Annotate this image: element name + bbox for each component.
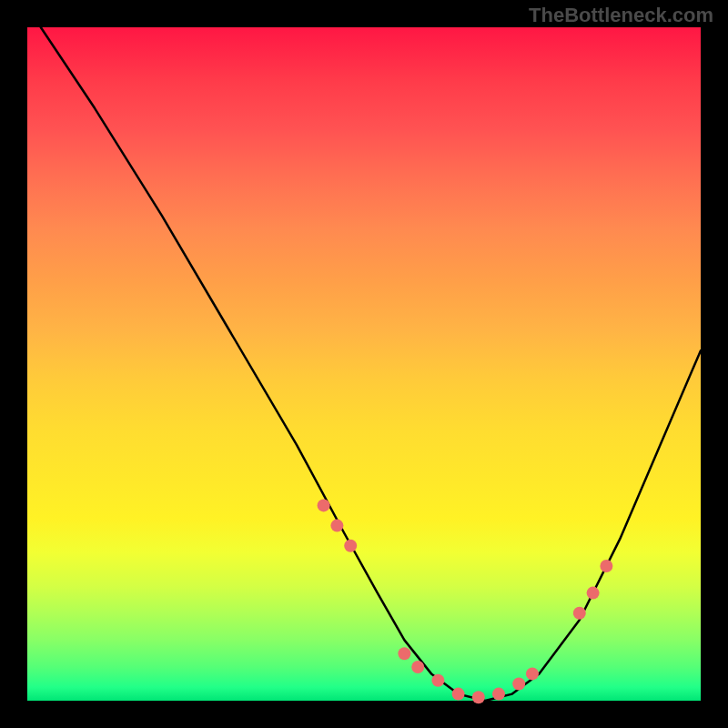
- curve-marker: [573, 607, 586, 620]
- watermark-text: TheBottleneck.com: [529, 4, 713, 27]
- curve-marker: [600, 560, 612, 572]
- curve-marker: [526, 667, 539, 680]
- curve-marker: [472, 691, 485, 703]
- chart-svg: [27, 27, 701, 701]
- curve-marker: [344, 540, 357, 552]
- curve-marker: [398, 647, 410, 660]
- curve-marker: [492, 688, 505, 701]
- chart-plot-area: [27, 27, 701, 701]
- curve-marker: [512, 678, 525, 691]
- curve-markers: [318, 499, 613, 703]
- curve-marker: [330, 520, 343, 532]
- curve-line: [41, 27, 701, 701]
- curve-marker: [431, 674, 444, 687]
- curve-marker: [411, 661, 424, 673]
- bottleneck-curve: [41, 27, 701, 701]
- curve-marker: [587, 587, 600, 600]
- curve-marker: [318, 499, 330, 511]
- curve-marker: [452, 688, 465, 701]
